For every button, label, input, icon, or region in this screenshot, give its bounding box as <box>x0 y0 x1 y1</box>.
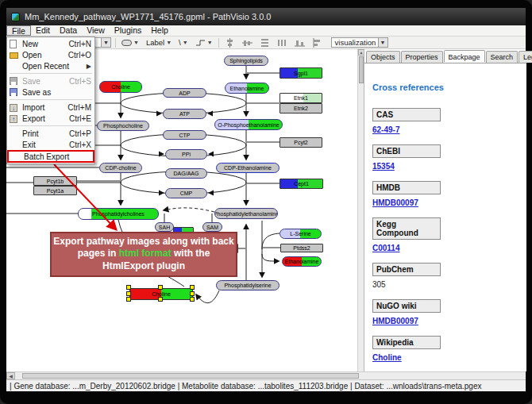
distribute-vertical-button[interactable] <box>258 37 272 48</box>
gene-node-pcyt2[interactable]: Pcyt2 <box>279 137 322 148</box>
menu-help[interactable]: Help <box>146 25 173 36</box>
metabolite-node-l-serine[interactable]: L-Serine <box>279 229 322 239</box>
new-label-button[interactable]: Label▼ <box>145 37 173 48</box>
file-menu-shortcut: Ctrl+N <box>68 40 91 48</box>
xref-link[interactable]: HMDB00097 <box>372 198 418 207</box>
file-menu-item-new[interactable]: NewCtrl+N <box>7 38 94 49</box>
xref-source-header: CAS <box>372 108 441 121</box>
visualization-combobox[interactable]: visualization ▼ <box>331 37 388 48</box>
callout-line: Export pathway images along with back <box>53 236 234 248</box>
metabolite-node-o-phosphoethanolamine[interactable]: O-Phosphoethanolamine <box>214 119 283 130</box>
tab-properties[interactable]: Properties <box>401 51 443 63</box>
xref-link[interactable]: 15354 <box>372 162 395 171</box>
new-line-button[interactable]: \▼ <box>177 37 190 48</box>
file-menu-item-label: Export <box>22 114 66 123</box>
metabolite-node-phosphocholine[interactable]: Phosphocholine <box>97 121 149 131</box>
metabolite-node-ppi[interactable]: PPi <box>165 149 207 160</box>
gene-node-pcyt1a[interactable]: Pcyt1a <box>33 186 77 195</box>
file-menu-item-batch-export[interactable]: Batch Export <box>7 150 94 163</box>
tab-legend[interactable]: Legend <box>519 51 532 63</box>
xref-section-chebi: ChEBI15354 <box>372 144 519 171</box>
selection-handle[interactable] <box>190 291 195 296</box>
file-menu-item-open-recent[interactable]: Open Recent▶ <box>7 60 94 71</box>
selection-handle[interactable] <box>158 297 163 302</box>
align-bottom-button[interactable] <box>293 37 306 48</box>
selection-handle[interactable] <box>126 291 131 296</box>
vertical-scrollbar[interactable]: ▲ <box>357 49 364 371</box>
menu-separator <box>10 73 92 74</box>
metabolite-node-cdp-ethanolamine[interactable]: CDP-Ethanolamine <box>216 163 279 173</box>
xref-link[interactable]: 62-49-7 <box>372 125 399 134</box>
xref-value: 62-49-7 <box>372 125 519 134</box>
metabolite-node-sah[interactable]: SAH <box>155 222 174 232</box>
no-icon <box>10 62 19 71</box>
metabolite-node-ethanolamine[interactable]: Ethanolamine <box>225 83 269 94</box>
no-icon <box>10 140 19 149</box>
metabolite-node-sphingolipids[interactable]: Sphingolipids <box>224 56 268 66</box>
new-datanode-button[interactable]: ▼ <box>120 37 141 48</box>
metabolite-node-choline[interactable]: Choline <box>99 81 142 93</box>
tab-search[interactable]: Search <box>486 51 519 63</box>
file-menu-shortcut: Ctrl+S <box>69 77 91 86</box>
menu-data[interactable]: Data <box>55 25 82 36</box>
new-connector-button[interactable]: ▼ <box>194 37 214 48</box>
menu-view[interactable]: View <box>82 25 110 36</box>
gene-node-etnk1[interactable]: Etnk1 <box>279 93 322 103</box>
align-center-x-button[interactable] <box>223 37 237 48</box>
gene-node-cept1[interactable]: Cept1 <box>279 179 323 189</box>
selection-handle[interactable] <box>126 297 131 302</box>
side-panel: ObjectsPropertiesBackpageSearchLegend Cr… <box>364 49 526 371</box>
metabolite-node-atp[interactable]: ATP <box>163 109 206 119</box>
file-menu-item-save[interactable]: SaveCtrl+S <box>7 75 94 87</box>
datanode-icon <box>121 40 132 46</box>
align-center-y-icon <box>242 38 253 48</box>
selection-handle[interactable] <box>190 297 195 302</box>
open-folder-icon <box>10 51 19 60</box>
xref-link[interactable]: Choline <box>372 353 402 362</box>
metabolite-node-phosphatidylethanolamine[interactable]: Phosphatidylethanolamine <box>214 208 278 219</box>
distribute-horizontal-button[interactable] <box>276 37 289 48</box>
visualization-dropdown-arrow-icon[interactable]: ▼ <box>378 38 387 47</box>
file-menu-item-exit[interactable]: ExitCtrl+X <box>7 139 94 150</box>
zoom-dropdown-arrow-icon[interactable]: ▼ <box>101 38 110 47</box>
metabolite-node-ctp[interactable]: CTP <box>163 130 206 140</box>
file-menu-item-export[interactable]: ↑ExportCtrl+E <box>7 113 94 124</box>
metabolite-node-sam[interactable]: SAM <box>202 222 222 232</box>
callout-text: pages in <box>78 248 119 259</box>
gene-node-sgpl1[interactable]: Sgpl1 <box>279 67 322 79</box>
align-center-y-button[interactable] <box>241 37 254 48</box>
menu-plugins[interactable]: Plugins <box>110 25 146 36</box>
file-menu-item-label: Batch Export <box>24 152 87 161</box>
annotation-callout: Export pathway images along with backpag… <box>50 232 237 277</box>
menu-edit[interactable]: Edit <box>31 25 55 36</box>
tab-objects[interactable]: Objects <box>366 51 400 63</box>
horizontal-scrollbar-thumb[interactable] <box>22 373 359 379</box>
file-menu-item-open[interactable]: OpenCtrl+O <box>7 49 94 60</box>
selection-handle[interactable] <box>126 285 131 290</box>
gene-node-ptdss2[interactable]: Ptdss2 <box>280 244 323 252</box>
file-menu-item-save-as[interactable]: Save as <box>7 87 94 98</box>
file-menu-shortcut: Ctrl+O <box>68 51 91 60</box>
selection-handle[interactable] <box>158 285 163 290</box>
metabolite-node-ethanolamine[interactable]: Ethanolamine <box>282 256 322 267</box>
align-left-button[interactable] <box>310 37 324 48</box>
file-menu-item-import[interactable]: ↓ImportCtrl+M <box>7 102 94 113</box>
metabolite-node-phosphatidylcholines[interactable]: Phosphatidylcholines <box>78 208 159 220</box>
metabolite-node-dag-aag[interactable]: DAG/AAG <box>165 168 207 179</box>
menu-file[interactable]: File <box>6 25 31 36</box>
file-menu-item-print[interactable]: PrintCtrl+P <box>7 128 94 139</box>
tab-backpage[interactable]: Backpage <box>444 50 485 62</box>
horizontal-scrollbar[interactable]: ◀ <box>6 371 526 379</box>
metabolite-node-adp[interactable]: ADP <box>163 88 206 98</box>
visualization-value: visualization <box>335 38 376 47</box>
metabolite-node-cmp[interactable]: CMP <box>165 188 207 198</box>
gene-node-etnk2[interactable]: Etnk2 <box>279 103 322 114</box>
xref-value: HMDB00097 <box>372 198 519 207</box>
xref-link[interactable]: HMDB00097 <box>372 317 418 325</box>
metabolite-node-cdp-choline[interactable]: CDP-choline <box>99 163 142 173</box>
gene-node-pcyt1b[interactable]: Pcyt1b <box>33 176 77 186</box>
selection-handle[interactable] <box>190 285 195 290</box>
xref-link[interactable]: C00114 <box>372 244 399 252</box>
metabolite-node-phosphatidylserine[interactable]: Phosphatidylserine <box>216 280 279 290</box>
scroll-left-icon[interactable]: ◀ <box>6 372 15 379</box>
